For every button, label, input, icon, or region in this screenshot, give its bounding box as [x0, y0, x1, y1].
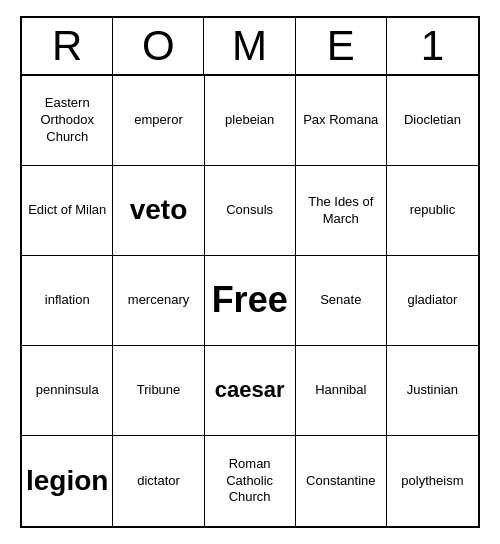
- cell-18: Hannibal: [296, 346, 387, 436]
- cell-14: gladiator: [387, 256, 478, 346]
- cell-5: Edict of Milan: [22, 166, 113, 256]
- cell-7: Consuls: [205, 166, 296, 256]
- cell-4: Diocletian: [387, 76, 478, 166]
- header-letter-O: O: [113, 18, 204, 74]
- header-letter-1: 1: [387, 18, 478, 74]
- cell-23: Constantine: [296, 436, 387, 526]
- cell-15: penninsula: [22, 346, 113, 436]
- cell-20: legion: [22, 436, 113, 526]
- header-letter-M: M: [204, 18, 295, 74]
- cell-24: polytheism: [387, 436, 478, 526]
- cell-8: The Ides of March: [296, 166, 387, 256]
- bingo-card: ROME1 Eastern Orthodox Churchemperorpleb…: [20, 16, 480, 528]
- cell-22: Roman Catholic Church: [205, 436, 296, 526]
- cell-2: plebeian: [205, 76, 296, 166]
- cell-16: Tribune: [113, 346, 204, 436]
- cell-0: Eastern Orthodox Church: [22, 76, 113, 166]
- cell-13: Senate: [296, 256, 387, 346]
- cell-19: Justinian: [387, 346, 478, 436]
- bingo-grid: Eastern Orthodox ChurchemperorplebeianPa…: [22, 76, 478, 526]
- cell-3: Pax Romana: [296, 76, 387, 166]
- cell-1: emperor: [113, 76, 204, 166]
- cell-17: caesar: [205, 346, 296, 436]
- header-letter-E: E: [296, 18, 387, 74]
- header-letter-R: R: [22, 18, 113, 74]
- cell-6: veto: [113, 166, 204, 256]
- cell-21: dictator: [113, 436, 204, 526]
- cell-10: inflation: [22, 256, 113, 346]
- cell-9: republic: [387, 166, 478, 256]
- cell-12: Free: [205, 256, 296, 346]
- cell-11: mercenary: [113, 256, 204, 346]
- bingo-header: ROME1: [22, 18, 478, 76]
